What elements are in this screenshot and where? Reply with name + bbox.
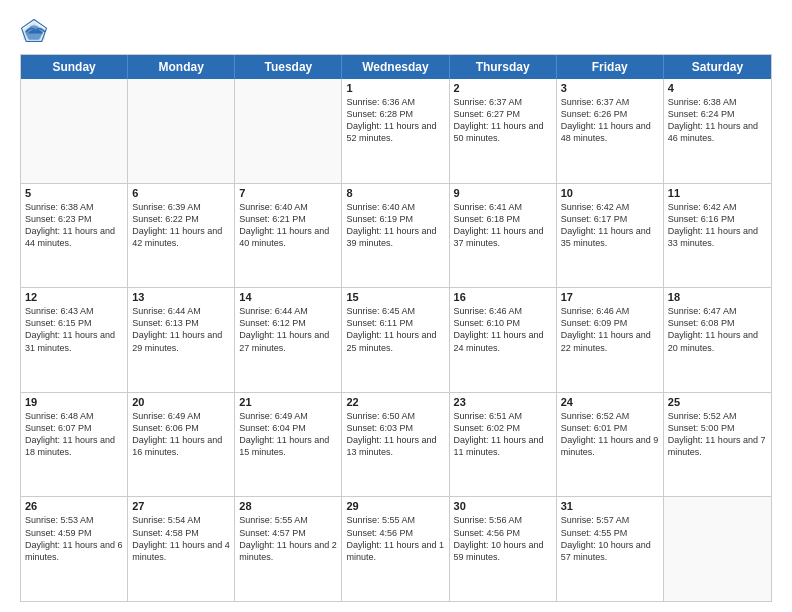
header [20, 18, 772, 46]
calendar-day-empty [21, 79, 128, 183]
day-info: Sunrise: 6:42 AM Sunset: 6:16 PM Dayligh… [668, 201, 767, 250]
day-number: 20 [132, 396, 230, 408]
calendar-day-25: 25Sunrise: 5:52 AM Sunset: 5:00 PM Dayli… [664, 393, 771, 497]
day-info: Sunrise: 6:46 AM Sunset: 6:10 PM Dayligh… [454, 305, 552, 354]
calendar-day-empty [664, 497, 771, 601]
day-number: 5 [25, 187, 123, 199]
day-number: 6 [132, 187, 230, 199]
calendar-day-4: 4Sunrise: 6:38 AM Sunset: 6:24 PM Daylig… [664, 79, 771, 183]
day-info: Sunrise: 6:37 AM Sunset: 6:26 PM Dayligh… [561, 96, 659, 145]
day-number: 3 [561, 82, 659, 94]
calendar-day-12: 12Sunrise: 6:43 AM Sunset: 6:15 PM Dayli… [21, 288, 128, 392]
logo [20, 18, 52, 46]
day-info: Sunrise: 6:40 AM Sunset: 6:21 PM Dayligh… [239, 201, 337, 250]
calendar-day-21: 21Sunrise: 6:49 AM Sunset: 6:04 PM Dayli… [235, 393, 342, 497]
calendar-header: SundayMondayTuesdayWednesdayThursdayFrid… [21, 55, 771, 79]
day-info: Sunrise: 5:54 AM Sunset: 4:58 PM Dayligh… [132, 514, 230, 563]
calendar-day-17: 17Sunrise: 6:46 AM Sunset: 6:09 PM Dayli… [557, 288, 664, 392]
calendar-day-13: 13Sunrise: 6:44 AM Sunset: 6:13 PM Dayli… [128, 288, 235, 392]
day-number: 30 [454, 500, 552, 512]
logo-icon [20, 18, 48, 46]
day-info: Sunrise: 6:39 AM Sunset: 6:22 PM Dayligh… [132, 201, 230, 250]
calendar-week-5: 26Sunrise: 5:53 AM Sunset: 4:59 PM Dayli… [21, 496, 771, 601]
calendar-day-5: 5Sunrise: 6:38 AM Sunset: 6:23 PM Daylig… [21, 184, 128, 288]
calendar-day-7: 7Sunrise: 6:40 AM Sunset: 6:21 PM Daylig… [235, 184, 342, 288]
day-number: 29 [346, 500, 444, 512]
day-info: Sunrise: 6:49 AM Sunset: 6:06 PM Dayligh… [132, 410, 230, 459]
calendar-day-20: 20Sunrise: 6:49 AM Sunset: 6:06 PM Dayli… [128, 393, 235, 497]
calendar-day-27: 27Sunrise: 5:54 AM Sunset: 4:58 PM Dayli… [128, 497, 235, 601]
day-info: Sunrise: 6:43 AM Sunset: 6:15 PM Dayligh… [25, 305, 123, 354]
day-number: 22 [346, 396, 444, 408]
day-number: 28 [239, 500, 337, 512]
day-number: 31 [561, 500, 659, 512]
calendar-day-3: 3Sunrise: 6:37 AM Sunset: 6:26 PM Daylig… [557, 79, 664, 183]
day-number: 11 [668, 187, 767, 199]
header-day-tuesday: Tuesday [235, 55, 342, 79]
calendar-day-14: 14Sunrise: 6:44 AM Sunset: 6:12 PM Dayli… [235, 288, 342, 392]
day-info: Sunrise: 6:51 AM Sunset: 6:02 PM Dayligh… [454, 410, 552, 459]
calendar-day-16: 16Sunrise: 6:46 AM Sunset: 6:10 PM Dayli… [450, 288, 557, 392]
header-day-wednesday: Wednesday [342, 55, 449, 79]
page: SundayMondayTuesdayWednesdayThursdayFrid… [0, 0, 792, 612]
day-number: 2 [454, 82, 552, 94]
day-info: Sunrise: 6:42 AM Sunset: 6:17 PM Dayligh… [561, 201, 659, 250]
calendar-day-1: 1Sunrise: 6:36 AM Sunset: 6:28 PM Daylig… [342, 79, 449, 183]
day-number: 27 [132, 500, 230, 512]
calendar-day-30: 30Sunrise: 5:56 AM Sunset: 4:56 PM Dayli… [450, 497, 557, 601]
day-info: Sunrise: 6:48 AM Sunset: 6:07 PM Dayligh… [25, 410, 123, 459]
calendar-day-empty [235, 79, 342, 183]
day-info: Sunrise: 6:49 AM Sunset: 6:04 PM Dayligh… [239, 410, 337, 459]
day-info: Sunrise: 6:37 AM Sunset: 6:27 PM Dayligh… [454, 96, 552, 145]
day-number: 1 [346, 82, 444, 94]
day-info: Sunrise: 5:57 AM Sunset: 4:55 PM Dayligh… [561, 514, 659, 563]
header-day-sunday: Sunday [21, 55, 128, 79]
calendar-day-26: 26Sunrise: 5:53 AM Sunset: 4:59 PM Dayli… [21, 497, 128, 601]
day-info: Sunrise: 6:46 AM Sunset: 6:09 PM Dayligh… [561, 305, 659, 354]
calendar-day-24: 24Sunrise: 6:52 AM Sunset: 6:01 PM Dayli… [557, 393, 664, 497]
day-number: 18 [668, 291, 767, 303]
calendar-week-1: 1Sunrise: 6:36 AM Sunset: 6:28 PM Daylig… [21, 79, 771, 183]
calendar-day-22: 22Sunrise: 6:50 AM Sunset: 6:03 PM Dayli… [342, 393, 449, 497]
day-info: Sunrise: 6:38 AM Sunset: 6:23 PM Dayligh… [25, 201, 123, 250]
header-day-monday: Monday [128, 55, 235, 79]
calendar-day-31: 31Sunrise: 5:57 AM Sunset: 4:55 PM Dayli… [557, 497, 664, 601]
day-number: 10 [561, 187, 659, 199]
day-number: 15 [346, 291, 444, 303]
calendar-day-10: 10Sunrise: 6:42 AM Sunset: 6:17 PM Dayli… [557, 184, 664, 288]
calendar-day-19: 19Sunrise: 6:48 AM Sunset: 6:07 PM Dayli… [21, 393, 128, 497]
day-info: Sunrise: 6:38 AM Sunset: 6:24 PM Dayligh… [668, 96, 767, 145]
calendar-day-8: 8Sunrise: 6:40 AM Sunset: 6:19 PM Daylig… [342, 184, 449, 288]
day-info: Sunrise: 6:41 AM Sunset: 6:18 PM Dayligh… [454, 201, 552, 250]
calendar-day-empty [128, 79, 235, 183]
calendar-day-18: 18Sunrise: 6:47 AM Sunset: 6:08 PM Dayli… [664, 288, 771, 392]
day-info: Sunrise: 6:52 AM Sunset: 6:01 PM Dayligh… [561, 410, 659, 459]
calendar-week-2: 5Sunrise: 6:38 AM Sunset: 6:23 PM Daylig… [21, 183, 771, 288]
day-number: 24 [561, 396, 659, 408]
day-info: Sunrise: 6:47 AM Sunset: 6:08 PM Dayligh… [668, 305, 767, 354]
day-info: Sunrise: 5:52 AM Sunset: 5:00 PM Dayligh… [668, 410, 767, 459]
day-info: Sunrise: 6:44 AM Sunset: 6:12 PM Dayligh… [239, 305, 337, 354]
day-number: 12 [25, 291, 123, 303]
day-number: 21 [239, 396, 337, 408]
calendar-day-15: 15Sunrise: 6:45 AM Sunset: 6:11 PM Dayli… [342, 288, 449, 392]
day-info: Sunrise: 5:55 AM Sunset: 4:57 PM Dayligh… [239, 514, 337, 563]
day-info: Sunrise: 5:53 AM Sunset: 4:59 PM Dayligh… [25, 514, 123, 563]
day-info: Sunrise: 5:56 AM Sunset: 4:56 PM Dayligh… [454, 514, 552, 563]
header-day-thursday: Thursday [450, 55, 557, 79]
day-number: 17 [561, 291, 659, 303]
calendar-week-3: 12Sunrise: 6:43 AM Sunset: 6:15 PM Dayli… [21, 287, 771, 392]
calendar-day-9: 9Sunrise: 6:41 AM Sunset: 6:18 PM Daylig… [450, 184, 557, 288]
calendar-day-11: 11Sunrise: 6:42 AM Sunset: 6:16 PM Dayli… [664, 184, 771, 288]
header-day-friday: Friday [557, 55, 664, 79]
day-number: 23 [454, 396, 552, 408]
day-number: 4 [668, 82, 767, 94]
calendar: SundayMondayTuesdayWednesdayThursdayFrid… [20, 54, 772, 602]
day-number: 8 [346, 187, 444, 199]
day-number: 9 [454, 187, 552, 199]
day-number: 19 [25, 396, 123, 408]
day-info: Sunrise: 5:55 AM Sunset: 4:56 PM Dayligh… [346, 514, 444, 563]
calendar-body: 1Sunrise: 6:36 AM Sunset: 6:28 PM Daylig… [21, 79, 771, 601]
day-info: Sunrise: 6:44 AM Sunset: 6:13 PM Dayligh… [132, 305, 230, 354]
calendar-day-2: 2Sunrise: 6:37 AM Sunset: 6:27 PM Daylig… [450, 79, 557, 183]
